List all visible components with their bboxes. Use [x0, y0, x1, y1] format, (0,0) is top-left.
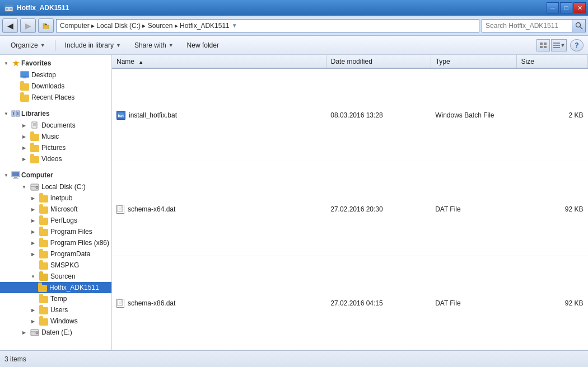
maximize-button[interactable]: □ [560, 2, 572, 13]
address-bar: ◀ ▶ Computer ▸ Local Disk (C:) ▸ Sourcen… [0, 16, 588, 36]
favorites-expand-icon: ▼ [2, 59, 10, 67]
sidebar-item-documents[interactable]: ▶ Documents [0, 120, 111, 131]
sidebar: ▼ ★ Favorites Desktop Downloads [0, 55, 112, 350]
sidebar-item-smspkg[interactable]: SMSPKG [0, 260, 111, 271]
file-list: bat install_hotfix.bat 08.03.2016 13:28 … [112, 68, 588, 350]
windows-expand-icon: ▶ [29, 317, 37, 325]
file-type: DAT File [431, 256, 516, 350]
column-date-modified[interactable]: Date modified [326, 55, 431, 68]
svg-text:bat: bat [118, 114, 124, 117]
new-folder-button[interactable]: New folder [181, 38, 225, 53]
sidebar-item-programdata[interactable]: ▶ ProgramData [0, 248, 111, 260]
close-button[interactable]: ✕ [573, 2, 586, 13]
file-date: 27.02.2016 04:15 [326, 256, 431, 350]
sidebar-item-videos[interactable]: ▶ Videos [0, 153, 111, 164]
sidebar-item-music[interactable]: ▶ Music [0, 131, 111, 142]
sidebar-item-perflogs[interactable]: ▶ PerfLogs [0, 215, 111, 226]
program-files-x86-expand-icon: ▶ [29, 239, 37, 247]
svg-rect-17 [21, 72, 29, 76]
users-expand-icon: ▶ [29, 306, 37, 314]
status-bar: 3 items [0, 350, 588, 367]
svg-point-38 [37, 332, 38, 333]
windows-folder-icon [39, 317, 48, 326]
minimize-button[interactable]: ─ [547, 2, 559, 13]
sidebar-item-sourcen[interactable]: ▼ Sourcen [0, 271, 111, 282]
svg-rect-18 [23, 77, 26, 78]
sidebar-item-pictures[interactable]: ▶ Pictures [0, 142, 111, 153]
share-dropdown-icon: ▼ [169, 43, 174, 48]
include-dropdown-icon: ▼ [116, 43, 121, 48]
file-size: 2 KB [516, 68, 587, 162]
forward-button[interactable]: ▶ [20, 18, 36, 33]
favorites-section: ▼ ★ Favorites Desktop Downloads [0, 55, 111, 105]
view-buttons: ▼ ? [536, 39, 584, 51]
sidebar-item-temp[interactable]: Temp [0, 293, 111, 304]
sidebar-item-program-files-x86[interactable]: ▶ Program Files (x86) [0, 237, 111, 248]
favorites-header[interactable]: ▼ ★ Favorites [0, 57, 111, 69]
computer-icon [11, 171, 20, 180]
search-input[interactable] [482, 21, 572, 31]
table-row[interactable]: bat install_hotfix.bat 08.03.2016 13:28 … [112, 68, 588, 162]
daten-disk-icon [30, 328, 39, 337]
svg-rect-21 [13, 112, 14, 115]
file-size: 92 KB [516, 162, 587, 256]
sidebar-item-windows[interactable]: ▶ Windows [0, 316, 111, 327]
dat-file-icon [116, 299, 124, 308]
view-list-button[interactable] [536, 39, 550, 51]
sidebar-item-recent[interactable]: Recent Places [0, 92, 111, 103]
sidebar-item-hotfix[interactable]: Hotfix_ADK1511 [0, 282, 111, 293]
file-size: 92 KB [516, 256, 587, 350]
toolbar-separator-1 [55, 40, 55, 51]
music-expand-icon: ▶ [20, 133, 28, 140]
table-row[interactable]: schema-x86.dat 27.02.2016 04:15 DAT File… [112, 256, 588, 350]
microsoft-folder-icon [39, 205, 48, 214]
videos-folder-icon [30, 154, 39, 163]
temp-folder-icon [39, 294, 48, 303]
libraries-header[interactable]: ▼ Libraries [0, 107, 111, 120]
hotfix-folder-icon [38, 283, 47, 292]
table-header-row: Name ▲ Date modified Type Size [112, 55, 588, 68]
help-button[interactable]: ? [570, 39, 584, 51]
search-button[interactable] [572, 20, 585, 32]
desktop-icon [20, 70, 29, 79]
sidebar-item-daten[interactable]: ▶ Daten (E:) [0, 327, 111, 338]
address-path[interactable]: Computer ▸ Local Disk (C:) ▸ Sourcen ▸ H… [56, 19, 479, 32]
users-folder-icon [39, 305, 48, 314]
organize-button[interactable]: Organize ▼ [4, 38, 52, 53]
sidebar-item-users[interactable]: ▶ Users [0, 304, 111, 316]
file-name: schema-x86.dat [112, 256, 326, 350]
libraries-section: ▼ Libraries ▶ [0, 105, 111, 167]
computer-header[interactable]: ▼ Computer [0, 169, 111, 181]
sidebar-item-program-files[interactable]: ▶ Program Files [0, 226, 111, 237]
column-size[interactable]: Size [516, 55, 587, 68]
pictures-expand-icon: ▶ [20, 144, 28, 152]
inetpub-expand-icon: ▶ [29, 194, 37, 202]
favorites-star-icon: ★ [11, 59, 20, 68]
table-row[interactable]: schema-x64.dat 27.02.2016 20:30 DAT File… [112, 162, 588, 256]
svg-rect-12 [544, 46, 547, 48]
svg-point-7 [576, 22, 580, 27]
svg-rect-13 [553, 43, 560, 44]
sidebar-item-desktop[interactable]: Desktop [0, 69, 111, 81]
up-button[interactable] [38, 18, 54, 33]
libraries-icon [11, 109, 20, 118]
svg-rect-2 [6, 8, 8, 10]
pictures-folder-icon [30, 143, 39, 152]
documents-expand-icon: ▶ [20, 121, 28, 129]
column-name[interactable]: Name ▲ [112, 55, 326, 68]
back-button[interactable]: ◀ [2, 18, 18, 33]
sort-icon: ▲ [138, 59, 143, 65]
column-type[interactable]: Type [431, 55, 516, 68]
include-library-button[interactable]: Include in library ▼ [59, 38, 127, 53]
sidebar-item-downloads[interactable]: Downloads [0, 81, 111, 92]
videos-expand-icon: ▶ [20, 155, 28, 163]
program-files-x86-folder-icon [39, 238, 48, 247]
share-with-button[interactable]: Share with ▼ [128, 38, 180, 53]
svg-rect-1 [5, 5, 13, 7]
sidebar-item-local-disk[interactable]: ▼ Local Disk (C:) [0, 181, 111, 192]
view-details-button[interactable]: ▼ [551, 39, 567, 51]
sidebar-item-microsoft[interactable]: ▶ Microsoft [0, 204, 111, 215]
svg-rect-29 [14, 177, 17, 178]
file-date: 27.02.2016 20:30 [326, 162, 431, 256]
sidebar-item-inetpub[interactable]: ▶ inetpub [0, 192, 111, 204]
